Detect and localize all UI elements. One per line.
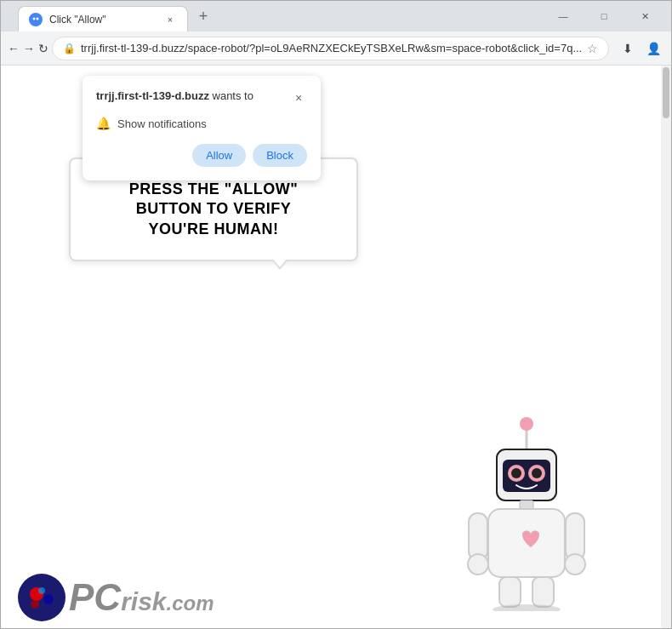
bubble-line1: PRESS THE "ALLOW" BUTTON TO VERIFY [129, 180, 299, 217]
svg-point-14 [468, 554, 488, 575]
svg-rect-18 [532, 577, 554, 607]
permission-text: Show notifications [117, 117, 207, 130]
bell-icon: 🔔 [96, 117, 111, 130]
scrollbar-thumb[interactable] [663, 67, 669, 118]
tab-strip: Click "Allow" × + [18, 1, 540, 31]
scrollbar[interactable] [661, 66, 671, 628]
popup-title: trrjj.first-tl-139-d.buzz wants to [96, 89, 253, 104]
popup-buttons: Allow Block [96, 144, 307, 167]
lock-icon: 🔒 [63, 43, 76, 54]
svg-point-10 [532, 468, 542, 478]
popup-site-name: trrjj.first-tl-139-d.buzz [96, 89, 209, 102]
pcrisk-logo: PC risk .com [18, 574, 214, 621]
menu-button[interactable]: ⋮ [667, 37, 672, 60]
svg-point-9 [511, 468, 521, 478]
svg-rect-11 [520, 500, 533, 509]
svg-point-24 [38, 587, 45, 594]
back-button[interactable]: ← [8, 37, 20, 60]
robot-character [450, 415, 603, 603]
url-text: trrjj.first-tl-139-d.buzz/space-robot/?p… [81, 42, 582, 54]
tab-title: Click "Allow" [49, 14, 157, 26]
content-area: trrjj.first-tl-139-d.buzz wants to × 🔔 S… [1, 66, 671, 628]
block-button[interactable]: Block [253, 144, 307, 167]
svg-point-4 [520, 417, 533, 431]
svg-point-2 [37, 17, 39, 20]
tab-close-button[interactable]: × [163, 13, 177, 26]
title-bar: Click "Allow" × + — □ ✕ [1, 1, 671, 31]
minimize-button[interactable]: — [544, 3, 583, 30]
chrome-window: Click "Allow" × + — □ ✕ ← → ↻ 🔒 trrjj.fi… [0, 0, 672, 629]
svg-point-23 [31, 600, 39, 609]
notification-popup: trrjj.first-tl-139-d.buzz wants to × 🔔 S… [83, 76, 321, 180]
close-button[interactable]: ✕ [625, 3, 664, 30]
profile-button[interactable]: 👤 [641, 37, 665, 60]
address-bar[interactable]: 🔒 trrjj.first-tl-139-d.buzz/space-robot/… [52, 37, 609, 60]
allow-button[interactable]: Allow [192, 144, 246, 167]
page-body: trrjj.first-tl-139-d.buzz wants to × 🔔 S… [1, 66, 671, 628]
popup-notification-row: 🔔 Show notifications [96, 117, 307, 130]
bubble-text: PRESS THE "ALLOW" BUTTON TO VERIFY YOU'R… [94, 180, 333, 239]
pcrisk-badge-icon [18, 574, 65, 621]
popup-close-button[interactable]: × [290, 89, 307, 106]
risk-text: risk [121, 589, 166, 615]
pcrisk-text-group: PC risk .com [69, 579, 214, 616]
active-tab[interactable]: Click "Allow" × [18, 6, 188, 31]
svg-point-22 [43, 594, 54, 604]
svg-rect-13 [469, 513, 487, 560]
tab-favicon-icon [29, 13, 43, 26]
window-buttons: — □ ✕ [544, 3, 664, 30]
svg-point-1 [33, 17, 36, 20]
popup-header: trrjj.first-tl-139-d.buzz wants to × [96, 89, 307, 106]
nav-action-icons: ⬇ 👤 ⋮ [616, 37, 672, 60]
nav-bar: ← → ↻ 🔒 trrjj.first-tl-139-d.buzz/space-… [1, 31, 671, 66]
svg-rect-15 [566, 513, 584, 560]
maximize-button[interactable]: □ [584, 3, 624, 30]
download-button[interactable]: ⬇ [616, 37, 640, 60]
forward-button[interactable]: → [23, 37, 35, 60]
svg-point-16 [565, 554, 585, 575]
refresh-button[interactable]: ↻ [38, 37, 48, 60]
pc-text: PC [69, 579, 121, 616]
bookmark-icon[interactable]: ☆ [587, 42, 598, 55]
dotcom-text: .com [167, 593, 214, 614]
new-tab-button[interactable]: + [191, 4, 215, 28]
popup-wants-to: wants to [209, 89, 253, 102]
svg-rect-17 [499, 577, 521, 607]
bubble-line2: YOU'RE HUMAN! [149, 220, 279, 237]
svg-point-0 [31, 15, 40, 24]
